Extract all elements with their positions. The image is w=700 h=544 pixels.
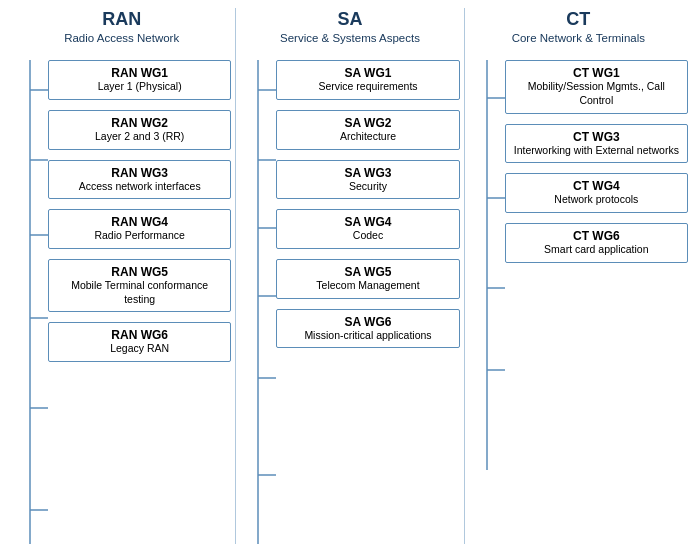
- ran-wg4-box: RAN WG4 Radio Performance: [48, 209, 231, 249]
- ct-wg3-title: CT WG3: [514, 130, 679, 144]
- sa-subtitle: Service & Systems Aspects: [280, 31, 420, 46]
- ct-wg3-box: CT WG3 Interworking with External networ…: [505, 124, 688, 164]
- sa-wg3-desc: Security: [285, 180, 450, 194]
- ran-wg6-desc: Legacy RAN: [57, 342, 222, 356]
- ct-wg4-desc: Network protocols: [514, 193, 679, 207]
- sa-wg5-title: SA WG5: [285, 265, 450, 279]
- sa-wg4-box: SA WG4 Codec: [276, 209, 459, 249]
- ran-wg6-box: RAN WG6 Legacy RAN: [48, 322, 231, 362]
- ran-wg5-box: RAN WG5 Mobile Terminal conformance test…: [48, 259, 231, 312]
- ran-wg5-desc: Mobile Terminal conformance testing: [57, 279, 222, 306]
- ran-tree-lines: [12, 60, 48, 544]
- ran-header: RAN Radio Access Network: [64, 8, 179, 46]
- sa-wg2-desc: Architecture: [285, 130, 450, 144]
- sa-header: SA Service & Systems Aspects: [280, 8, 420, 46]
- sa-wg1-desc: Service requirements: [285, 80, 450, 94]
- ct-wg4-title: CT WG4: [514, 179, 679, 193]
- sa-tree-lines: [240, 60, 276, 544]
- sa-title: SA: [280, 8, 420, 31]
- ct-wg6-box: CT WG6 Smart card application: [505, 223, 688, 263]
- sa-wg2-title: SA WG2: [285, 116, 450, 130]
- sa-wg6-desc: Mission-critical applications: [285, 329, 450, 343]
- ran-subtitle: Radio Access Network: [64, 31, 179, 46]
- ran-wg1-title: RAN WG1: [57, 66, 222, 80]
- sa-wg3-box: SA WG3 Security: [276, 160, 459, 200]
- sa-wg1-box: SA WG1 Service requirements: [276, 60, 459, 100]
- ran-wg4-title: RAN WG4: [57, 215, 222, 229]
- ct-wg1-title: CT WG1: [514, 66, 679, 80]
- sa-wg1-title: SA WG1: [285, 66, 450, 80]
- ct-header: CT Core Network & Terminals: [512, 8, 645, 46]
- ct-wg3-desc: Interworking with External networks: [514, 144, 679, 158]
- ct-title: CT: [512, 8, 645, 31]
- sa-wg2-box: SA WG2 Architecture: [276, 110, 459, 150]
- sa-items: SA WG1 Service requirements SA WG2 Archi…: [276, 60, 459, 348]
- columns-container: RAN Radio Access Network: [8, 8, 692, 544]
- ran-wg3-desc: Access network interfaces: [57, 180, 222, 194]
- ran-title: RAN: [64, 8, 179, 31]
- ct-wg1-box: CT WG1 Mobility/Session Mgmts., Call Con…: [505, 60, 688, 113]
- ran-wg3-box: RAN WG3 Access network interfaces: [48, 160, 231, 200]
- sa-column: SA Service & Systems Aspects SA WG1 Ser: [240, 8, 459, 544]
- ct-column: CT Core Network & Terminals CT WG1 Mobil…: [469, 8, 692, 544]
- ct-tree-lines: [469, 60, 505, 540]
- sa-wg3-title: SA WG3: [285, 166, 450, 180]
- sa-wg6-box: SA WG6 Mission-critical applications: [276, 309, 459, 349]
- ct-wg1-desc: Mobility/Session Mgmts., Call Control: [514, 80, 679, 107]
- ran-wg2-title: RAN WG2: [57, 116, 222, 130]
- sep-ran-sa: [235, 8, 236, 544]
- sa-wg5-desc: Telecom Management: [285, 279, 450, 293]
- sa-wg6-title: SA WG6: [285, 315, 450, 329]
- ran-wg4-desc: Radio Performance: [57, 229, 222, 243]
- ct-wg6-desc: Smart card application: [514, 243, 679, 257]
- ran-items: RAN WG1 Layer 1 (Physical) RAN WG2 Layer…: [48, 60, 231, 544]
- ran-wg6-title: RAN WG6: [57, 328, 222, 342]
- ran-wg2-box: RAN WG2 Layer 2 and 3 (RR): [48, 110, 231, 150]
- ran-wg1-desc: Layer 1 (Physical): [57, 80, 222, 94]
- sa-wg5-box: SA WG5 Telecom Management: [276, 259, 459, 299]
- ran-column: RAN Radio Access Network: [8, 8, 231, 544]
- page: RAN Radio Access Network: [0, 0, 700, 544]
- ran-wg2-desc: Layer 2 and 3 (RR): [57, 130, 222, 144]
- ct-subtitle: Core Network & Terminals: [512, 31, 645, 46]
- sep-sa-ct: [464, 8, 465, 544]
- ct-wg6-title: CT WG6: [514, 229, 679, 243]
- ct-wg4-box: CT WG4 Network protocols: [505, 173, 688, 213]
- ran-wg1-box: RAN WG1 Layer 1 (Physical): [48, 60, 231, 100]
- sa-wg4-title: SA WG4: [285, 215, 450, 229]
- ran-wg5-title: RAN WG5: [57, 265, 222, 279]
- sa-wg4-desc: Codec: [285, 229, 450, 243]
- ran-wg3-title: RAN WG3: [57, 166, 222, 180]
- ct-items: CT WG1 Mobility/Session Mgmts., Call Con…: [505, 60, 688, 262]
